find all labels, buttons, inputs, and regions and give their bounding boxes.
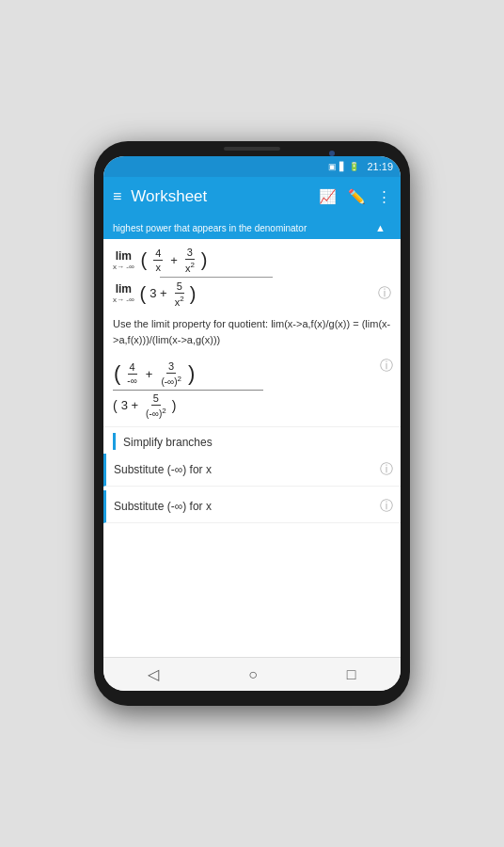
frac-den-2: x2 xyxy=(185,260,195,274)
toolbar: ≡ Worksheet 📈 ✏️ ⋮ xyxy=(103,177,401,216)
infty-frac-den-3: (-∞)2 xyxy=(146,406,166,419)
substitution-1: Substitute (-∞) for x ⓘ xyxy=(103,454,401,487)
note-strip: highest power that appears in the denomi… xyxy=(103,216,401,239)
frac-num-2: 3 xyxy=(185,247,195,260)
text-block: Use the limit property for quotient: lim… xyxy=(103,311,401,353)
phone-screen: ▣ ▋ 🔋 21:19 ≡ Worksheet 📈 ✏️ ⋮ highest p… xyxy=(103,156,401,691)
limit-sub-1: x→ -∞ xyxy=(113,263,134,271)
plus-sign-1: + xyxy=(170,253,178,267)
simplify-label: Simplify branches xyxy=(123,436,213,449)
note-strip-text: highest power that appears in the denomi… xyxy=(113,223,307,233)
menu-icon[interactable]: ≡ xyxy=(113,188,121,205)
paren-num-close: ) xyxy=(188,363,195,384)
signal-icon: ▋ xyxy=(339,162,346,171)
frac-den-3: x2 xyxy=(175,294,184,308)
sub-text-1: Substitute (-∞) for x xyxy=(114,463,212,476)
limit-sub-2: x→ -∞ xyxy=(113,296,134,304)
open-paren-1: ( xyxy=(141,250,148,269)
phone-camera xyxy=(329,151,335,156)
infty-frac-num-3: 5 xyxy=(151,392,161,406)
content-area: highest power that appears in the denomi… xyxy=(103,216,401,657)
recent-button[interactable]: □ xyxy=(336,663,368,687)
infty-denominator: ( 3 + 5 (-∞)2 ) xyxy=(113,392,391,419)
frac-num-1: 4 xyxy=(153,248,163,261)
math-block-1: lim x→ -∞ ( 4 x + 3 x2 ) xyxy=(103,239,401,311)
infty-frac-2: 3 (-∞)2 xyxy=(161,360,181,387)
nav-bar: ◁ ○ □ xyxy=(103,657,401,691)
frac-num-3: 5 xyxy=(175,280,184,294)
screen-icon: ▣ xyxy=(328,162,337,171)
fraction-1: 4 x xyxy=(153,248,163,273)
superscript-2: 2 xyxy=(180,295,183,303)
infty-frac-num-1: 4 xyxy=(128,361,137,375)
frac-den-1: x xyxy=(156,261,162,273)
info-icon-1[interactable]: ⓘ xyxy=(378,285,391,302)
status-time: 21:19 xyxy=(367,161,393,172)
superscript-3: 2 xyxy=(178,375,181,383)
open-paren-den: ( xyxy=(113,398,118,413)
sub-text-2: Substitute (-∞) for x xyxy=(114,500,212,513)
infty-frac-1: 4 -∞ xyxy=(127,361,136,386)
edit-icon[interactable]: ✏️ xyxy=(348,188,366,205)
infty-frac-num-2: 3 xyxy=(166,360,176,374)
limit-fraction-row: lim x→ -∞ ( 4 x + 3 x2 ) xyxy=(113,247,391,274)
note-strip-button[interactable]: ▲ xyxy=(370,220,391,235)
status-bar: ▣ ▋ 🔋 21:19 xyxy=(103,156,401,177)
limit-text-1: lim xyxy=(116,249,132,263)
toolbar-actions: 📈 ✏️ ⋮ xyxy=(319,188,391,205)
status-icons: ▣ ▋ 🔋 xyxy=(328,162,359,171)
limit-property-text: Use the limit property for quotient: lim… xyxy=(113,318,390,345)
more-icon[interactable]: ⋮ xyxy=(377,188,391,205)
fraction-2: 3 x2 xyxy=(185,247,195,274)
simplify-section: Simplify branches xyxy=(103,427,401,454)
simplify-border: Simplify branches xyxy=(113,433,213,450)
open-paren-2: ( xyxy=(140,284,147,303)
phone-notch xyxy=(224,147,280,151)
infty-frac-den-1: -∞ xyxy=(127,375,136,386)
paren-num-open: ( xyxy=(114,363,120,384)
infty-frac-den-2: (-∞)2 xyxy=(161,374,181,387)
battery-icon: 🔋 xyxy=(349,162,359,171)
close-paren-1: ) xyxy=(201,250,208,269)
limit-label-1: lim x→ -∞ xyxy=(113,249,134,271)
home-button[interactable]: ○ xyxy=(237,663,269,687)
info-icon-4[interactable]: ⓘ xyxy=(380,498,393,515)
back-button[interactable]: ◁ xyxy=(136,662,170,687)
phone-frame: ▣ ▋ 🔋 21:19 ≡ Worksheet 📈 ✏️ ⋮ highest p… xyxy=(94,141,410,706)
three-plus: 3 + xyxy=(150,286,166,300)
toolbar-title: Worksheet xyxy=(131,187,309,206)
close-paren-den: ) xyxy=(172,398,177,413)
three-text: 3 + xyxy=(121,398,138,412)
plus-sign-infty: + xyxy=(146,367,153,381)
superscript-1: 2 xyxy=(190,261,194,269)
close-paren-2: ) xyxy=(190,284,197,303)
limit-fraction-row-2: lim x→ -∞ ( 3 + 5 x2 ) ⓘ xyxy=(113,280,391,308)
info-icon-2[interactable]: ⓘ xyxy=(380,358,393,375)
limit-label-2: lim x→ -∞ xyxy=(113,282,134,304)
divider-1 xyxy=(160,277,273,278)
infty-frac-3: 5 (-∞)2 xyxy=(146,392,166,419)
fraction-3: 5 x2 xyxy=(175,280,184,308)
limit-text-2: lim xyxy=(116,282,132,296)
infty-numerator: ( 4 -∞ + 3 (-∞)2 ) xyxy=(113,360,391,387)
info-icon-3[interactable]: ⓘ xyxy=(380,461,393,478)
chart-icon[interactable]: 📈 xyxy=(319,188,337,205)
superscript-4: 2 xyxy=(162,407,165,415)
substitution-2: Substitute (-∞) for x ⓘ xyxy=(103,490,401,523)
infty-fraction-block: ⓘ ( 4 -∞ + 3 (-∞)2 ) xyxy=(103,353,401,427)
